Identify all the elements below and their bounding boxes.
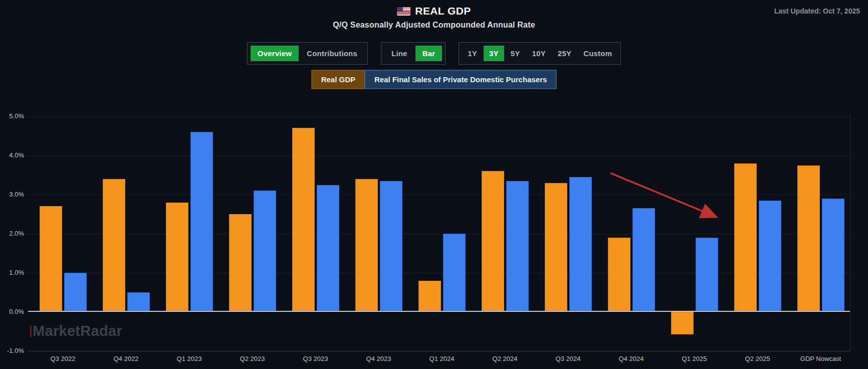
bar-real-final-sales-of-private-domestic-purchasers-q3-2024[interactable]	[569, 177, 592, 311]
bar-real-gdp-q4-2023[interactable]	[355, 179, 378, 311]
bar-real-final-sales-of-private-domestic-purchasers-q1-2025[interactable]	[696, 238, 718, 311]
x-axis-tick-label: Q3 2024	[537, 355, 600, 363]
bar-real-gdp-q3-2024[interactable]	[545, 183, 567, 311]
y-axis-tick-label: 3.0%	[0, 191, 24, 199]
x-axis-tick-label: GDP Nowcast	[789, 355, 852, 363]
bar-real-gdp-q4-2024[interactable]	[608, 238, 630, 311]
bar-real-gdp-gdp-nowcast[interactable]	[797, 165, 820, 311]
bar-real-final-sales-of-private-domestic-purchasers-gdp-nowcast[interactable]	[822, 199, 844, 311]
bar-real-gdp-q3-2023[interactable]	[292, 128, 315, 311]
x-axis-tick-label: Q4 2024	[600, 355, 663, 363]
bar-real-gdp-q1-2023[interactable]	[166, 203, 188, 311]
x-axis-tick-label: Q3 2022	[32, 355, 95, 363]
x-axis-tick-label: Q2 2024	[474, 355, 537, 363]
watermark-accent	[30, 326, 32, 337]
bar-real-gdp-q1-2024[interactable]	[418, 281, 441, 311]
bar-real-final-sales-of-private-domestic-purchasers-q4-2023[interactable]	[380, 181, 402, 311]
bar-real-final-sales-of-private-domestic-purchasers-q4-2022[interactable]	[127, 292, 150, 311]
gridline-y	[28, 155, 850, 156]
plot-right-border	[850, 115, 850, 350]
x-axis-tick-label: Q2 2025	[726, 355, 789, 363]
gridline-y	[28, 195, 850, 195]
bar-real-final-sales-of-private-domestic-purchasers-q2-2024[interactable]	[506, 181, 529, 311]
y-axis-tick-label: 1.0%	[0, 269, 24, 277]
real-gdp-dashboard: Last Updated: Oct 7, 2025 REAL GDP Q/Q S…	[0, 0, 868, 369]
y-axis-tick-label: 5.0%	[0, 112, 24, 120]
x-axis-tick-label: Q4 2022	[95, 355, 158, 363]
x-axis-tick-label: Q1 2025	[663, 355, 726, 363]
zero-axis-line	[28, 311, 850, 312]
bar-real-gdp-q2-2024[interactable]	[482, 171, 504, 311]
gridline-y	[28, 351, 850, 351]
gridline-y	[28, 273, 850, 273]
y-axis-tick-label: 4.0%	[0, 151, 24, 159]
bar-real-gdp-q2-2023[interactable]	[229, 214, 252, 311]
bar-real-gdp-q3-2022[interactable]	[40, 206, 62, 311]
x-axis-tick-label: Q3 2023	[284, 355, 347, 363]
x-axis-tick-label: Q2 2023	[221, 355, 284, 363]
bar-real-final-sales-of-private-domestic-purchasers-q3-2022[interactable]	[64, 273, 87, 311]
bar-real-gdp-q1-2025[interactable]	[671, 312, 694, 334]
gridline-y	[28, 116, 850, 117]
watermark-text: MarketRadar	[33, 323, 122, 339]
x-axis-tick-label: Q1 2023	[158, 355, 221, 363]
x-axis-tick-label: Q1 2024	[410, 355, 474, 363]
x-axis-tick-label: Q4 2023	[347, 355, 410, 363]
bar-real-final-sales-of-private-domestic-purchasers-q3-2023[interactable]	[317, 185, 339, 311]
bar-real-final-sales-of-private-domestic-purchasers-q4-2024[interactable]	[632, 208, 655, 311]
bar-real-final-sales-of-private-domestic-purchasers-q1-2023[interactable]	[190, 132, 213, 311]
bar-real-final-sales-of-private-domestic-purchasers-q2-2023[interactable]	[254, 191, 276, 311]
y-axis-tick-label: 0.0%	[0, 308, 24, 316]
watermark: MarketRadar	[30, 323, 122, 339]
gridline-y	[28, 234, 850, 234]
bar-real-final-sales-of-private-domestic-purchasers-q1-2024[interactable]	[443, 234, 466, 311]
chart-area: 5.0%4.0%3.0%2.0%1.0%0.0%-1.0%Q3 2022Q4 2…	[0, 0, 868, 369]
bar-real-final-sales-of-private-domestic-purchasers-q2-2025[interactable]	[759, 201, 781, 311]
bar-real-gdp-q4-2022[interactable]	[103, 179, 125, 311]
y-axis-tick-label: -1.0%	[0, 347, 24, 355]
y-axis-tick-label: 2.0%	[0, 230, 24, 238]
bar-real-gdp-q2-2025[interactable]	[734, 163, 757, 311]
